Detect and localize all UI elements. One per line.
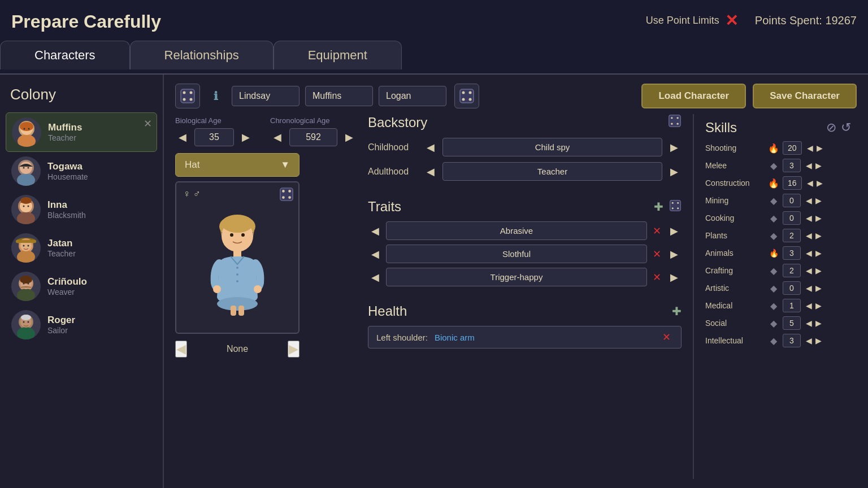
- trait-2-prev[interactable]: ◀: [368, 270, 383, 285]
- traits-title-row: Traits ✚: [368, 199, 682, 215]
- traits-section: Traits ✚: [368, 199, 682, 291]
- save-character-btn[interactable]: Save Character: [753, 84, 857, 108]
- backstory-title-row: Backstory: [368, 114, 682, 131]
- social-dec[interactable]: ◀: [804, 319, 814, 328]
- load-save-btns: Load Character Save Character: [641, 84, 857, 108]
- intellectual-inc[interactable]: ▶: [814, 336, 823, 345]
- randomize-dice-btn[interactable]: [175, 84, 200, 108]
- shooting-dec[interactable]: ◀: [805, 143, 815, 152]
- colony-member-togawa[interactable]: Togawa Housemate: [6, 152, 157, 190]
- svg-point-61: [254, 285, 262, 293]
- chrono-age-inc[interactable]: ▶: [342, 130, 357, 145]
- mining-inc[interactable]: ▶: [814, 196, 823, 205]
- preview-dice-btn[interactable]: [279, 187, 294, 204]
- construction-inc[interactable]: ▶: [815, 178, 824, 188]
- load-character-btn[interactable]: Load Character: [641, 84, 746, 108]
- next-outfit-btn[interactable]: ▶: [288, 341, 300, 358]
- animals-inc[interactable]: ▶: [814, 249, 823, 258]
- tab-characters[interactable]: Characters: [0, 41, 130, 69]
- skills-reset-btn[interactable]: ⊘: [826, 120, 836, 135]
- member-name-togawa: Togawa: [47, 161, 88, 172]
- artistic-inc[interactable]: ▶: [814, 284, 823, 293]
- svg-rect-41: [460, 89, 474, 103]
- chrono-age-input[interactable]: [289, 128, 337, 146]
- skill-row-plants: Plants ◆ 2 ◀▶: [705, 229, 851, 242]
- avatar-muffins: [12, 117, 41, 147]
- skills-undo-btn[interactable]: ↺: [841, 120, 851, 135]
- shooting-inc[interactable]: ▶: [815, 143, 824, 152]
- tab-relationships[interactable]: Relationships: [130, 41, 274, 69]
- adulthood-prev[interactable]: ◀: [423, 164, 438, 179]
- social-inc[interactable]: ▶: [814, 319, 823, 328]
- first-name-input[interactable]: [232, 86, 300, 106]
- svg-point-12: [17, 212, 35, 224]
- artistic-dec[interactable]: ◀: [804, 284, 814, 293]
- adulthood-next[interactable]: ▶: [667, 164, 682, 179]
- svg-point-39: [183, 98, 186, 101]
- mining-dec[interactable]: ◀: [804, 196, 814, 205]
- plants-inc[interactable]: ▶: [814, 231, 823, 240]
- melee-dec[interactable]: ◀: [804, 161, 814, 170]
- traits-dice-btn[interactable]: [669, 199, 682, 214]
- adulthood-value: Teacher: [442, 162, 662, 181]
- trait-0-remove[interactable]: ✕: [650, 225, 663, 237]
- trait-2-remove[interactable]: ✕: [650, 271, 663, 284]
- points-spent: Points Spent: 19267: [755, 14, 857, 27]
- bio-age-input[interactable]: [194, 128, 234, 146]
- last-name-input[interactable]: [379, 86, 446, 106]
- svg-point-1: [18, 134, 36, 147]
- svg-point-33: [23, 321, 25, 323]
- chrono-age-dec[interactable]: ◀: [270, 130, 285, 145]
- trait-0-prev[interactable]: ◀: [368, 224, 383, 238]
- remove-muffins[interactable]: ✕: [144, 117, 152, 130]
- add-health-btn[interactable]: ✚: [672, 304, 682, 318]
- health-value-0: Bionic arm: [435, 333, 475, 342]
- colony-member-roger[interactable]: Roger Sailor: [6, 306, 157, 344]
- plants-dec[interactable]: ◀: [804, 231, 814, 240]
- trait-1-prev[interactable]: ◀: [368, 247, 383, 262]
- prev-outfit-btn[interactable]: ◀: [175, 341, 187, 358]
- hat-dropdown[interactable]: Hat ▼: [175, 153, 300, 177]
- backstory-dice-btn[interactable]: [668, 114, 682, 131]
- skill-name-cooking: Cooking: [705, 213, 765, 223]
- crafting-dec[interactable]: ◀: [804, 266, 814, 275]
- melee-inc[interactable]: ▶: [814, 161, 823, 170]
- skill-name-social: Social: [705, 319, 765, 328]
- randomize-name-dice-btn[interactable]: [454, 84, 479, 108]
- intellectual-dec[interactable]: ◀: [804, 336, 814, 345]
- colony-member-crinoulo[interactable]: Criñoulo Weaver: [6, 267, 157, 306]
- medical-inc[interactable]: ▶: [814, 301, 823, 310]
- info-btn[interactable]: ℹ: [206, 84, 226, 108]
- skill-value-plants: 2: [783, 229, 801, 242]
- nick-name-input[interactable]: [305, 86, 373, 106]
- childhood-prev[interactable]: ◀: [423, 140, 438, 155]
- add-trait-btn[interactable]: ✚: [654, 200, 663, 213]
- colony-member-jatan[interactable]: Jatan Teacher: [6, 229, 157, 267]
- use-point-limits-toggle[interactable]: ✕: [725, 11, 738, 30]
- bio-age-inc[interactable]: ▶: [238, 130, 253, 145]
- tab-equipment[interactable]: Equipment: [274, 41, 402, 69]
- childhood-next[interactable]: ▶: [667, 140, 682, 155]
- trait-0-next[interactable]: ▶: [667, 224, 682, 238]
- member-info-togawa: Togawa Housemate: [47, 161, 88, 181]
- trait-1-next[interactable]: ▶: [667, 247, 682, 262]
- trait-2-next[interactable]: ▶: [667, 270, 682, 285]
- health-item-0-remove[interactable]: ✕: [660, 331, 673, 343]
- skill-row-intellectual: Intellectual ◆ 3 ◀▶: [705, 334, 851, 347]
- construction-dec[interactable]: ◀: [805, 178, 815, 188]
- skill-icon-intellectual: ◆: [768, 336, 779, 346]
- crafting-inc[interactable]: ▶: [814, 266, 823, 275]
- medical-dec[interactable]: ◀: [804, 301, 814, 310]
- svg-point-69: [676, 123, 678, 124]
- male-icon[interactable]: ♂: [193, 188, 201, 200]
- childhood-row: Childhood ◀ Child spy ▶: [368, 138, 682, 156]
- colony-member-inna[interactable]: Inna Blacksmith: [6, 190, 157, 229]
- svg-point-25: [17, 289, 35, 301]
- female-icon[interactable]: ♀: [183, 188, 191, 200]
- trait-1-remove[interactable]: ✕: [650, 248, 663, 260]
- bio-age-dec[interactable]: ◀: [175, 130, 190, 145]
- colony-member-muffins[interactable]: Muffins Teacher ✕: [6, 112, 157, 152]
- cooking-dec[interactable]: ◀: [804, 213, 814, 223]
- animals-dec[interactable]: ◀: [804, 249, 814, 258]
- cooking-inc[interactable]: ▶: [814, 213, 823, 223]
